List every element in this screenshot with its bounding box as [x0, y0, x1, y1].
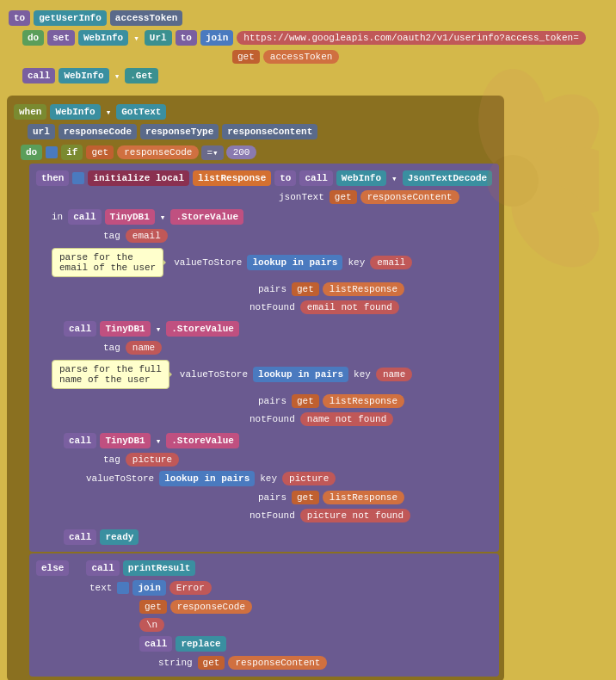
- text-label: text: [86, 581, 115, 595]
- tinydb1-block-2[interactable]: TinyDB1: [100, 321, 150, 337]
- ready-block[interactable]: ready: [100, 529, 139, 545]
- do-set-row: do set WebInfo ▾ Url to join https://www…: [21, 29, 609, 46]
- svg-point-1: [495, 77, 599, 199]
- call-keyword-6: call: [64, 529, 96, 545]
- else-get-code-row: get responseCode: [138, 599, 494, 615]
- storeValue-block-3[interactable]: .StoreValue: [166, 433, 239, 448]
- jsontext-row: jsonText get responseContent: [275, 189, 494, 205]
- equals-block[interactable]: =▾: [201, 145, 223, 160]
- store-name-section: call TinyDB1 ▾ .StoreValue tag name pars…: [48, 320, 494, 427]
- api-url-string: https://www.googleapis.com/oauth2/v1/use…: [237, 31, 585, 45]
- tag-label-3: tag: [100, 453, 124, 467]
- responseCode-param[interactable]: responseCode: [59, 124, 137, 139]
- if-keyword: if: [61, 145, 83, 160]
- pairs-email-row: pairs get listResponse: [255, 281, 494, 297]
- else-block: else call printResult text join Error ge…: [29, 553, 499, 677]
- else-newline-row: \n: [138, 617, 494, 633]
- webinfo-block-3[interactable]: WebInfo: [50, 104, 100, 120]
- call-keyword-8: call: [139, 636, 172, 652]
- valueToStore-email-row: parse for the email of the user valueToS…: [48, 246, 494, 279]
- responseCode-val-else[interactable]: responseCode: [170, 600, 252, 614]
- getUserInfo-block[interactable]: getUserInfo: [34, 10, 107, 26]
- url-block[interactable]: Url: [145, 30, 172, 46]
- valueToStore-label-1: valueToStore: [170, 256, 245, 269]
- lookup-pairs-block-2[interactable]: lookup in pairs: [253, 367, 348, 382]
- tinydb1-block-1[interactable]: TinyDB1: [105, 209, 155, 225]
- name-comment-bubble: parse for the full name of the user: [52, 360, 169, 389]
- to-keyword-2: to: [176, 30, 197, 46]
- get-keyword-2: get: [86, 145, 114, 159]
- call-store-name-row: call TinyDB1 ▾ .StoreValue: [48, 320, 494, 337]
- storeValue-block-1[interactable]: .StoreValue: [170, 209, 243, 225]
- listResponse-val-1[interactable]: listResponse: [323, 282, 404, 296]
- responseType-param[interactable]: responseType: [140, 124, 219, 139]
- params-row: url responseCode responseType responseCo…: [26, 123, 499, 140]
- listResponse-block[interactable]: listResponse: [193, 170, 271, 186]
- gotText-block[interactable]: GotText: [116, 104, 166, 120]
- responseContent-val-else[interactable]: responseContent: [228, 656, 327, 670]
- else-call-replace-row: call replace: [138, 635, 494, 652]
- newline-string: \n: [139, 618, 164, 632]
- store-picture-section: call TinyDB1 ▾ .StoreValue tag picture v…: [48, 432, 494, 523]
- webinfo-block-2[interactable]: WebInfo: [59, 68, 108, 83]
- webinfo-block-4[interactable]: WebInfo: [336, 170, 386, 186]
- url-param[interactable]: url: [28, 124, 55, 139]
- pairs-label-2: pairs: [255, 394, 290, 408]
- listResponse-val-3[interactable]: listResponse: [323, 491, 404, 504]
- else-row: else call printResult: [34, 559, 494, 577]
- then-init-row: then initialize local listResponse to ca…: [34, 170, 494, 187]
- tinydb1-block-3[interactable]: TinyDB1: [100, 433, 150, 448]
- call-keyword-1: call: [22, 68, 55, 83]
- lookup-pairs-block-3[interactable]: lookup in pairs: [159, 471, 255, 486]
- notFound-picture-row: notFound picture not found: [246, 508, 494, 523]
- key-label-2: key: [350, 368, 374, 381]
- responseContent-get[interactable]: responseContent: [360, 190, 459, 204]
- get-method[interactable]: .Get: [125, 68, 157, 83]
- if-notch: [46, 146, 58, 158]
- call-keyword-2: call: [299, 170, 332, 186]
- storeValue-block-2[interactable]: .StoreValue: [166, 321, 239, 337]
- jsonText-label: jsonText: [275, 190, 328, 204]
- picture-tag-val: picture: [126, 453, 179, 467]
- do-keyword: do: [22, 30, 44, 46]
- call-ready-row: call ready: [48, 529, 494, 546]
- call-keyword-4: call: [64, 321, 96, 337]
- jsonTextDecode-block[interactable]: JsonTextDecode: [403, 170, 492, 186]
- join-block-2[interactable]: join: [132, 580, 165, 596]
- val-200: 200: [226, 145, 257, 159]
- when-keyword: when: [14, 104, 46, 120]
- get-keyword-1: get: [232, 50, 260, 64]
- dot-2: ▾: [111, 69, 124, 83]
- notFound-label-3: notFound: [246, 509, 299, 522]
- tag-label-2: tag: [100, 341, 124, 355]
- string-label: string: [155, 656, 196, 670]
- valueToStore-label-3: valueToStore: [83, 472, 157, 485]
- to-keyword-3: to: [274, 170, 296, 186]
- lookup-pairs-block-1[interactable]: lookup in pairs: [247, 255, 342, 270]
- accessToken-value[interactable]: accessToken: [263, 50, 340, 64]
- call-keyword-5: call: [64, 433, 96, 448]
- tag-name-row: tag name: [100, 340, 494, 355]
- responseCode-get[interactable]: responseCode: [117, 145, 199, 159]
- picture-notFound-val: picture not found: [300, 509, 410, 522]
- notFound-email-row: notFound email not found: [246, 300, 494, 315]
- printResult-block[interactable]: printResult: [123, 560, 196, 576]
- get-keyword-7: get: [139, 600, 167, 614]
- store-email-section: in call TinyDB1 ▾ .StoreValue tag email …: [48, 208, 494, 315]
- replace-block[interactable]: replace: [176, 636, 225, 652]
- get-keyword-8: get: [198, 656, 225, 670]
- key-label-3: key: [256, 472, 280, 485]
- webinfo-block-1[interactable]: WebInfo: [78, 30, 128, 46]
- call-keyword-3: call: [68, 209, 101, 225]
- accessToken-param[interactable]: accessToken: [110, 10, 183, 26]
- pairs-picture-row: pairs get listResponse: [255, 490, 494, 505]
- init-local-block[interactable]: initialize local: [88, 170, 189, 186]
- name-tag-val: name: [126, 341, 162, 355]
- get-keyword-4: get: [292, 282, 319, 296]
- when-section: when WebInfo ▾ GotText url responseCode …: [7, 96, 504, 680]
- responseContent-param[interactable]: responseContent: [222, 124, 317, 139]
- join-block[interactable]: join: [200, 30, 233, 46]
- call-store-picture-row: call TinyDB1 ▾ .StoreValue: [48, 432, 494, 449]
- listResponse-val-2[interactable]: listResponse: [323, 394, 404, 408]
- notFound-label-2: notFound: [246, 412, 299, 426]
